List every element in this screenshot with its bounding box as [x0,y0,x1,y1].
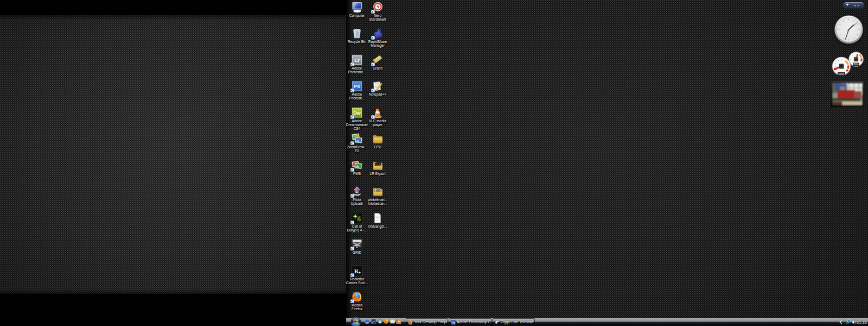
svg-text:R: R [354,268,359,274]
svg-text:59%: 59% [853,63,858,66]
svg-text:00%: 00% [839,72,845,76]
svg-text:Ps: Ps [451,321,455,324]
